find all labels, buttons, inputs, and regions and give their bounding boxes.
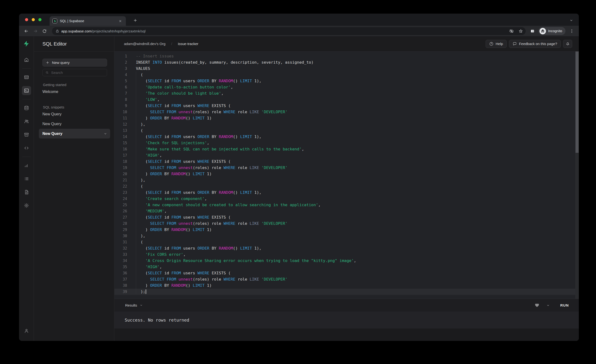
- snippet-item[interactable]: New Query: [39, 119, 110, 129]
- tab-close-icon[interactable]: [117, 18, 123, 24]
- code-line[interactable]: 34 'A Cross Origin Resource Sharing erro…: [114, 258, 579, 264]
- docs-icon[interactable]: [22, 188, 31, 197]
- code-line[interactable]: 6 'Update call-to-action button color',: [114, 84, 579, 90]
- code-line[interactable]: 12 ),: [114, 121, 579, 127]
- home-icon[interactable]: [22, 55, 31, 64]
- back-button[interactable]: [22, 27, 30, 35]
- minimize-window-button[interactable]: [32, 18, 35, 21]
- reports-icon[interactable]: [22, 161, 31, 170]
- code-text: 'LOW',: [127, 97, 159, 103]
- code-line[interactable]: 15 'Check for SQL injections',: [114, 140, 579, 146]
- tab-search-chevron-icon[interactable]: [568, 17, 574, 23]
- code-line[interactable]: 9 (SELECT id FROM users WHERE EXISTS (: [114, 103, 579, 109]
- feedback-button[interactable]: Feedback on this page?: [509, 40, 561, 48]
- code-line[interactable]: 28 SELECT FROM unnest(roles) role WHERE …: [114, 221, 579, 227]
- supabase-logo-icon[interactable]: [22, 39, 31, 48]
- settings-icon[interactable]: [22, 201, 31, 210]
- bookmark-star-icon[interactable]: [517, 27, 524, 35]
- code-line[interactable]: 10 SELECT FROM unnest(roles) role WHERE …: [114, 109, 579, 115]
- database-icon[interactable]: [22, 104, 31, 112]
- snippet-search[interactable]: [42, 69, 107, 76]
- snippet-item[interactable]: New Query: [39, 109, 110, 119]
- code-line[interactable]: 7 'The color should be light blue',: [114, 90, 579, 97]
- side-panel-icon[interactable]: [529, 27, 536, 35]
- browser-menu-icon[interactable]: [568, 27, 575, 35]
- section-label: SQL snippets: [43, 105, 107, 109]
- reload-button[interactable]: [41, 27, 48, 35]
- code-line[interactable]: 14 (SELECT id FROM users ORDER BY RANDOM…: [114, 134, 579, 140]
- code-line[interactable]: 8 'LOW',: [114, 97, 579, 103]
- code-line[interactable]: 39 );: [114, 289, 579, 295]
- forward-button[interactable]: [31, 27, 39, 35]
- eye-blocked-icon[interactable]: [508, 27, 515, 35]
- sql-code-editor[interactable]: 1-- Insert issues2INSERT INTO issues(cre…: [114, 52, 579, 299]
- scrollbar-thumb[interactable]: [575, 52, 579, 153]
- favorite-heart-icon[interactable]: [535, 303, 539, 307]
- code-line[interactable]: 33 'Fix CORS error',: [114, 252, 579, 258]
- code-line[interactable]: 21 ),: [114, 177, 579, 183]
- editor-scrollbar[interactable]: [575, 52, 579, 299]
- code-line[interactable]: 18 (SELECT id FROM users WHERE EXISTS (: [114, 158, 579, 165]
- code-line[interactable]: 31 (: [114, 239, 579, 245]
- code-line[interactable]: 22 (: [114, 183, 579, 190]
- close-window-button[interactable]: [25, 18, 28, 21]
- code-line[interactable]: 30 ),: [114, 233, 579, 239]
- code-line[interactable]: 2INSERT INTO issues(created_by, summary,…: [114, 59, 579, 66]
- run-options-chevron-icon[interactable]: [546, 304, 550, 307]
- icon-sidebar: [19, 36, 34, 341]
- results-label: Results: [125, 303, 137, 307]
- url-bar[interactable]: app.supabase.com/project/azahtnhqohyjerz…: [52, 27, 526, 35]
- breadcrumb-project[interactable]: issue-tracker: [178, 42, 198, 46]
- code-line[interactable]: 20 ) ORDER BY RANDOM() LIMIT 1): [114, 171, 579, 177]
- text-cursor: [146, 290, 146, 294]
- code-line[interactable]: 29 ) ORDER BY RANDOM() LIMIT 1): [114, 227, 579, 233]
- code-line[interactable]: 1-- Insert issues: [114, 53, 579, 59]
- incognito-badge[interactable]: Incognito: [538, 27, 566, 35]
- code-line[interactable]: 3VALUES: [114, 66, 579, 72]
- code-line[interactable]: 13 (: [114, 127, 579, 134]
- sql-editor-icon[interactable]: [22, 86, 31, 95]
- snippet-item[interactable]: New Query: [39, 129, 110, 139]
- code-text: SELECT FROM unnest(roles) role WHERE rol…: [127, 221, 288, 227]
- code-line[interactable]: 19 SELECT FROM unnest(roles) role WHERE …: [114, 165, 579, 171]
- storage-icon[interactable]: [22, 130, 31, 139]
- run-button[interactable]: RUN: [560, 303, 569, 307]
- code-line[interactable]: 16 'Make sure that SQL can not be inject…: [114, 146, 579, 152]
- table-editor-icon[interactable]: [22, 73, 31, 82]
- logs-icon[interactable]: [22, 174, 31, 183]
- code-line[interactable]: 27 (SELECT id FROM users WHERE EXISTS (: [114, 214, 579, 221]
- padlock-icon: [56, 29, 59, 33]
- code-line[interactable]: 38 ) ORDER BY RANDOM() LIMIT 1): [114, 282, 579, 289]
- code-line[interactable]: 26 'MEDIUM',: [114, 208, 579, 214]
- code-line[interactable]: 17 'HIGH',: [114, 152, 579, 158]
- account-icon[interactable]: [22, 326, 31, 335]
- notifications-button[interactable]: [563, 40, 572, 48]
- code-line[interactable]: 32 (SELECT id FROM users ORDER BY RANDOM…: [114, 245, 579, 252]
- results-footer: [114, 328, 579, 341]
- breadcrumb-bar: adam@windmill.dev's Org / issue-tracker …: [114, 36, 579, 52]
- code-line[interactable]: 37 SELECT FROM unnest(roles) role WHERE …: [114, 276, 579, 282]
- authentication-icon[interactable]: [22, 117, 31, 126]
- code-line[interactable]: 35 'HIGH',: [114, 264, 579, 270]
- code-line[interactable]: 25 'A new component should be created to…: [114, 202, 579, 208]
- new-query-button[interactable]: New query: [42, 59, 107, 67]
- tab-strip: SQL | Supabase: [19, 14, 579, 26]
- new-tab-button[interactable]: [132, 17, 139, 24]
- snippet-item[interactable]: Welcome: [39, 87, 110, 97]
- search-input[interactable]: [51, 71, 104, 75]
- code-line[interactable]: 24 'Create search component',: [114, 196, 579, 202]
- search-icon: [45, 71, 49, 74]
- line-number: 29: [114, 227, 127, 233]
- code-line[interactable]: 36 (SELECT id FROM users WHERE EXISTS (: [114, 270, 579, 276]
- results-dropdown[interactable]: Results: [125, 303, 143, 307]
- code-line[interactable]: 11 ) ORDER BY RANDOM() LIMIT 1): [114, 115, 579, 121]
- code-line[interactable]: 23 (SELECT id FROM users ORDER BY RANDOM…: [114, 190, 579, 196]
- line-number: 27: [114, 214, 127, 221]
- code-line[interactable]: 4 (: [114, 72, 579, 78]
- code-line[interactable]: 5 (SELECT id FROM users ORDER BY RANDOM(…: [114, 78, 579, 84]
- zoom-window-button[interactable]: [38, 18, 41, 21]
- api-icon[interactable]: [22, 143, 31, 153]
- help-button[interactable]: Help: [486, 40, 507, 48]
- browser-tab[interactable]: SQL | Supabase: [50, 16, 126, 26]
- breadcrumb-org[interactable]: adam@windmill.dev's Org: [124, 42, 165, 46]
